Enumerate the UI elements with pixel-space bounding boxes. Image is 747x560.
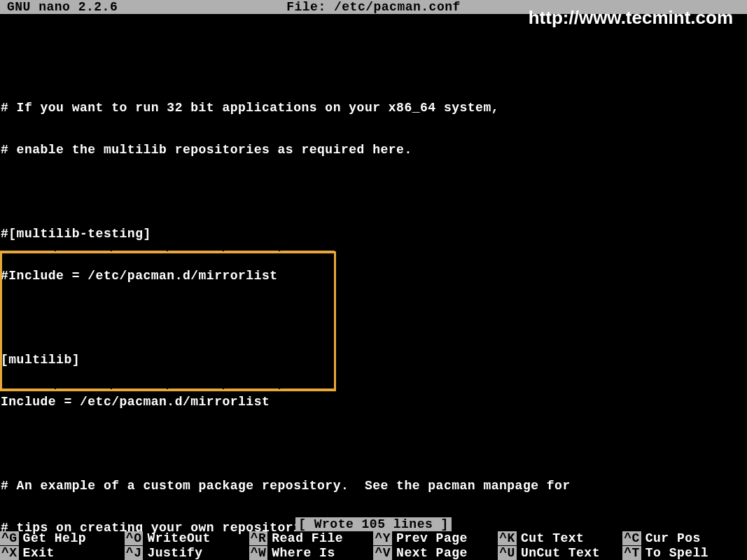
app-name: GNU nano 2.2.6 xyxy=(7,0,118,14)
shortcut-key: ^C xyxy=(622,531,641,545)
editor-line: #[multilib-testing] xyxy=(0,227,747,241)
editor-content[interactable]: # If you want to run 32 bit applications… xyxy=(0,14,747,560)
shortcut-writeout[interactable]: ^O WriteOut xyxy=(125,531,249,545)
shortcut-key: ^U xyxy=(498,546,517,560)
shortcut-label: Next Page xyxy=(396,546,468,560)
shortcut-label: Prev Page xyxy=(396,531,468,545)
shortcut-key: ^G xyxy=(0,531,19,545)
shortcut-key: ^Y xyxy=(373,531,392,545)
shortcut-label: Read File xyxy=(272,531,343,545)
shortcut-label: WriteOut xyxy=(147,531,210,545)
shortcut-key: ^O xyxy=(125,531,144,545)
shortcut-key: ^J xyxy=(125,546,144,560)
editor-line: # If you want to run 32 bit applications… xyxy=(0,101,747,115)
shortcut-key: ^X xyxy=(0,546,19,560)
shortcut-label: Cur Pos xyxy=(645,531,701,545)
shortcut-cut-text[interactable]: ^K Cut Text xyxy=(498,531,622,545)
editor-line: # enable the multilib repositories as re… xyxy=(0,143,747,157)
editor-line xyxy=(0,185,747,199)
file-label: File: /etc/pacman.conf xyxy=(286,0,461,14)
shortcut-key: ^R xyxy=(249,531,268,545)
editor-line xyxy=(0,437,747,451)
shortcut-label: Exit xyxy=(23,546,55,560)
shortcut-prev-page[interactable]: ^Y Prev Page xyxy=(373,531,498,545)
status-bar: [ Wrote 105 lines ] xyxy=(0,517,747,531)
status-text: [ Wrote 105 lines ] xyxy=(295,517,452,531)
shortcut-label: UnCut Text xyxy=(521,546,600,560)
shortcut-next-page[interactable]: ^V Next Page xyxy=(373,545,498,560)
editor-line: [multilib] xyxy=(0,353,747,367)
shortcut-exit[interactable]: ^X Exit xyxy=(0,545,125,560)
shortcut-row-1: ^G Get Help ^O WriteOut ^R Read File ^Y … xyxy=(0,531,747,545)
shortcut-key: ^V xyxy=(373,546,392,560)
editor-line: # An example of a custom package reposit… xyxy=(0,479,747,493)
shortcuts-bar: ^G Get Help ^O WriteOut ^R Read File ^Y … xyxy=(0,531,747,560)
shortcut-uncut-text[interactable]: ^U UnCut Text xyxy=(498,545,622,560)
shortcut-justify[interactable]: ^J Justify xyxy=(125,545,249,560)
shortcut-key: ^K xyxy=(498,531,517,545)
shortcut-where-is[interactable]: ^W Where Is xyxy=(249,545,374,560)
shortcut-key: ^W xyxy=(249,546,268,560)
editor-line: Include = /etc/pacman.d/mirrorlist xyxy=(0,395,747,409)
shortcut-to-spell[interactable]: ^T To Spell xyxy=(622,545,747,560)
shortcut-key: ^T xyxy=(622,546,641,560)
shortcut-cur-pos[interactable]: ^C Cur Pos xyxy=(622,531,747,545)
editor-line xyxy=(0,59,747,73)
shortcut-label: To Spell xyxy=(645,546,708,560)
shortcut-row-2: ^X Exit ^J Justify ^W Where Is ^V Next P… xyxy=(0,545,747,560)
shortcut-label: Justify xyxy=(147,546,202,560)
editor-line xyxy=(0,311,747,325)
watermark: http://www.tecmint.com xyxy=(529,7,733,29)
shortcut-label: Get Help xyxy=(23,531,86,545)
editor-line: #Include = /etc/pacman.d/mirrorlist xyxy=(0,269,747,283)
shortcut-label: Cut Text xyxy=(521,531,584,545)
shortcut-get-help[interactable]: ^G Get Help xyxy=(0,531,125,545)
shortcut-read-file[interactable]: ^R Read File xyxy=(249,531,374,545)
shortcut-label: Where Is xyxy=(272,546,335,560)
